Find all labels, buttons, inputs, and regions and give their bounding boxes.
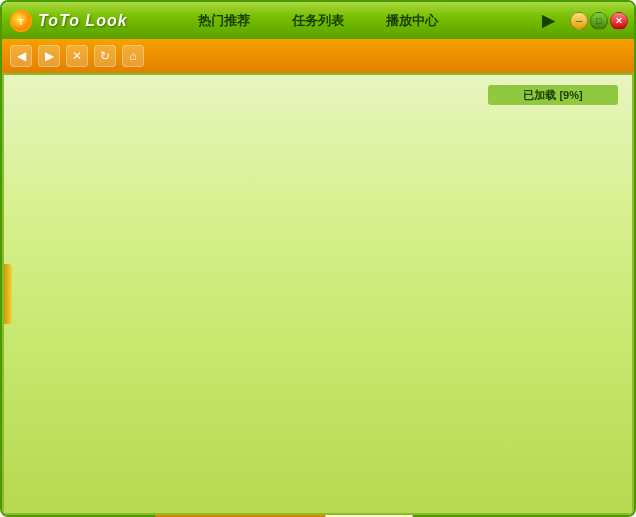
back-button[interactable]: ◀ xyxy=(10,45,32,67)
minimize-button[interactable]: ─ xyxy=(570,12,588,30)
loading-text: 已加载 [9%] xyxy=(523,88,582,103)
nav-play-center[interactable]: 播放中心 xyxy=(380,8,444,34)
svg-text:T: T xyxy=(18,17,24,27)
title-bar: T ToTo Look 热门推荐 任务列表 播放中心 ▶ ─ □ ✕ xyxy=(2,2,634,39)
refresh-button[interactable]: ↻ xyxy=(94,45,116,67)
app-window: T ToTo Look 热门推荐 任务列表 播放中心 ▶ ─ □ ✕ ◀ ▶ ✕… xyxy=(0,0,636,517)
stop-button[interactable]: ✕ xyxy=(66,45,88,67)
logo-icon: T xyxy=(10,10,32,32)
maximize-button[interactable]: □ xyxy=(590,12,608,30)
logo-area: T ToTo Look xyxy=(10,10,128,32)
home-button[interactable]: ⌂ xyxy=(122,45,144,67)
toolbar: ◀ ▶ ✕ ↻ ⌂ 首页 xyxy=(2,39,634,73)
nav-task-list[interactable]: 任务列表 xyxy=(286,8,350,34)
nav-hot-recommend[interactable]: 热门推荐 xyxy=(192,8,256,34)
loading-bar: 已加载 [9%] xyxy=(488,85,618,105)
close-button[interactable]: ✕ xyxy=(610,12,628,30)
forward-button[interactable]: ▶ xyxy=(38,45,60,67)
nav-more-arrow[interactable]: ▶ xyxy=(542,11,554,30)
window-controls: ─ □ ✕ xyxy=(570,12,628,30)
content-area: 已加载 [9%] xyxy=(2,73,634,515)
nav-menu: 热门推荐 任务列表 播放中心 xyxy=(192,8,444,34)
scroll-indicator[interactable] xyxy=(4,264,12,324)
app-title: ToTo Look xyxy=(38,12,128,30)
